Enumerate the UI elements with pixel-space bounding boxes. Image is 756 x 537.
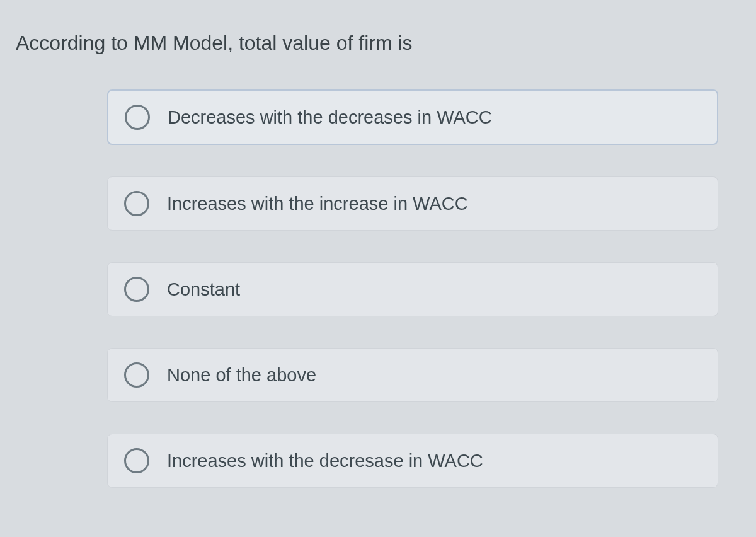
option-label: None of the above <box>167 365 316 386</box>
radio-icon <box>124 277 149 302</box>
option-label: Increases with the increase in WACC <box>167 193 468 214</box>
options-wrapper: Decreases with the decreases in WACC Inc… <box>13 90 743 488</box>
question-container: According to MM Model, total value of fi… <box>13 32 743 488</box>
option-row-4[interactable]: Increases with the decresase in WACC <box>107 434 718 488</box>
option-row-1[interactable]: Increases with the increase in WACC <box>107 176 718 231</box>
option-row-3[interactable]: None of the above <box>107 348 718 402</box>
radio-icon <box>125 105 150 130</box>
option-label: Increases with the decresase in WACC <box>167 451 483 471</box>
option-label: Constant <box>167 279 240 300</box>
option-row-2[interactable]: Constant <box>107 262 718 316</box>
question-prompt: According to MM Model, total value of fi… <box>13 32 743 55</box>
option-row-0[interactable]: Decreases with the decreases in WACC <box>107 90 718 145</box>
option-label: Decreases with the decreases in WACC <box>168 107 492 128</box>
radio-icon <box>124 191 149 216</box>
radio-icon <box>124 362 149 388</box>
radio-icon <box>124 448 149 473</box>
